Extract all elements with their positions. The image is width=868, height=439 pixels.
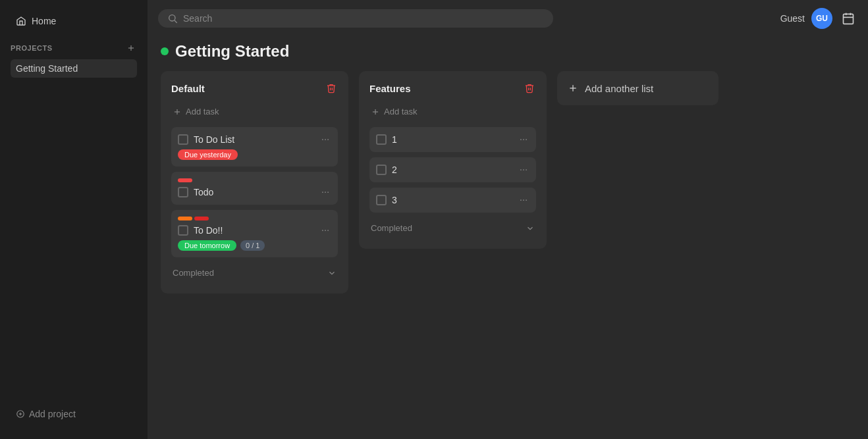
task-feat-3-menu[interactable]: [518, 194, 529, 206]
projects-section: PROJECTS Getting Started: [0, 37, 148, 400]
tag-due-tomorrow: Due tomorrow: [178, 240, 236, 251]
user-name: Guest: [780, 13, 805, 24]
search-icon: [167, 13, 178, 24]
list-default-header: Default: [171, 82, 338, 95]
svg-point-24: [520, 139, 522, 140]
svg-point-20: [325, 230, 326, 231]
dots-icon: [519, 165, 528, 174]
task-feat-1-checkbox[interactable]: [376, 134, 387, 145]
list-default: Default Add task To Do List: [161, 71, 348, 294]
task-feat-3-row: 3: [376, 194, 529, 206]
dots-icon: [519, 135, 528, 144]
tag-due-yesterday: Due yesterday: [178, 149, 238, 160]
projects-label: PROJECTS: [11, 44, 53, 52]
list-features-header: Features: [369, 82, 536, 95]
dots-icon: [321, 226, 330, 235]
search-input[interactable]: [183, 13, 544, 24]
svg-point-14: [325, 139, 326, 140]
svg-point-26: [526, 139, 527, 140]
completed-default[interactable]: Completed: [171, 263, 338, 283]
svg-point-30: [520, 199, 522, 201]
task-feat-3-checkbox[interactable]: [376, 195, 387, 205]
plus-circle-icon: [16, 409, 25, 419]
svg-point-27: [520, 169, 522, 170]
svg-line-6: [175, 20, 177, 23]
task-todобang-checkbox[interactable]: [178, 225, 188, 236]
plus-icon: [371, 107, 380, 116]
avatar: GU: [811, 8, 832, 29]
svg-point-13: [322, 139, 323, 140]
task-todобang-menu[interactable]: [319, 224, 331, 236]
header: Guest GU: [148, 0, 868, 37]
project-getting-started[interactable]: Getting Started: [11, 59, 137, 78]
plus-icon: [126, 43, 136, 53]
task-todo-list-row: To Do List: [178, 134, 331, 145]
add-project-footer[interactable]: Add project: [11, 405, 137, 423]
sidebar-footer: Add project: [0, 400, 148, 428]
dots-icon: [321, 135, 330, 144]
task-todo-list-menu[interactable]: [319, 134, 331, 145]
task-todo-list: To Do List Due yesterday: [171, 127, 338, 167]
list-features: Features Add task 1: [359, 71, 547, 249]
home-icon: [16, 16, 26, 26]
page-title-row: Getting Started: [148, 37, 868, 71]
bar-dark-red: [194, 217, 209, 220]
add-list-card[interactable]: Add another list: [557, 71, 719, 105]
delete-features-button[interactable]: [523, 82, 536, 95]
projects-header: PROJECTS: [11, 42, 137, 54]
task-feat-2-menu[interactable]: [518, 164, 529, 176]
task-todo-list-checkbox[interactable]: [178, 134, 188, 145]
chevron-down-icon: [327, 269, 337, 278]
completed-features[interactable]: Completed: [369, 218, 536, 238]
task-todобang-name: To Do!!: [194, 225, 314, 236]
task-feat-1-row: 1: [376, 134, 529, 145]
svg-point-28: [523, 169, 524, 170]
task-todo-row: Todo: [178, 186, 331, 198]
task-todo-bars: [178, 178, 331, 182]
svg-point-17: [325, 192, 326, 193]
task-todобang-tags: Due tomorrow 0 / 1: [178, 240, 331, 251]
add-project-icon-button[interactable]: [125, 42, 137, 54]
trash-icon: [326, 83, 337, 93]
task-feat-3: 3: [369, 188, 536, 213]
calendar-icon: [842, 12, 855, 25]
add-task-features[interactable]: Add task: [369, 104, 536, 119]
plus-icon: [568, 83, 578, 93]
svg-point-29: [526, 169, 527, 170]
task-todo-list-name: To Do List: [194, 134, 314, 145]
add-task-default[interactable]: Add task: [171, 104, 338, 119]
search-bar: [158, 9, 553, 28]
sidebar-home[interactable]: Home: [5, 11, 142, 32]
add-project-label: Add project: [29, 409, 76, 419]
add-list-label: Add another list: [585, 83, 653, 94]
trash-icon: [524, 83, 535, 93]
task-feat-3-name: 3: [392, 195, 512, 205]
delete-default-button[interactable]: [325, 82, 338, 95]
task-feat-2-checkbox[interactable]: [376, 165, 387, 175]
home-label: Home: [32, 16, 56, 26]
svg-point-19: [322, 230, 323, 231]
task-todo-name: Todo: [194, 187, 314, 197]
task-feat-1-name: 1: [392, 134, 512, 145]
task-todo-checkbox[interactable]: [178, 187, 188, 197]
sidebar: Home PROJECTS Getting Started Add projec…: [0, 0, 148, 439]
svg-point-18: [327, 192, 329, 193]
svg-point-16: [322, 192, 323, 193]
calendar-button[interactable]: [839, 9, 857, 28]
svg-point-21: [327, 230, 329, 231]
list-features-title: Features: [369, 83, 411, 94]
svg-point-32: [526, 199, 527, 201]
task-feat-1: 1: [369, 127, 536, 152]
svg-rect-7: [844, 14, 854, 24]
svg-point-25: [523, 139, 524, 140]
chevron-down-icon: [526, 224, 535, 233]
main-area: Guest GU Getting Started Default Add tas…: [148, 0, 868, 439]
task-todобang-row: To Do!!: [178, 224, 331, 236]
user-area: Guest GU: [780, 8, 857, 29]
task-todo-menu[interactable]: [319, 186, 331, 198]
svg-point-5: [169, 15, 175, 21]
task-todобang: To Do!! Due tomorrow 0 / 1: [171, 210, 338, 257]
task-feat-2: 2: [369, 157, 536, 182]
task-feat-1-menu[interactable]: [518, 134, 529, 145]
svg-point-15: [327, 139, 329, 140]
